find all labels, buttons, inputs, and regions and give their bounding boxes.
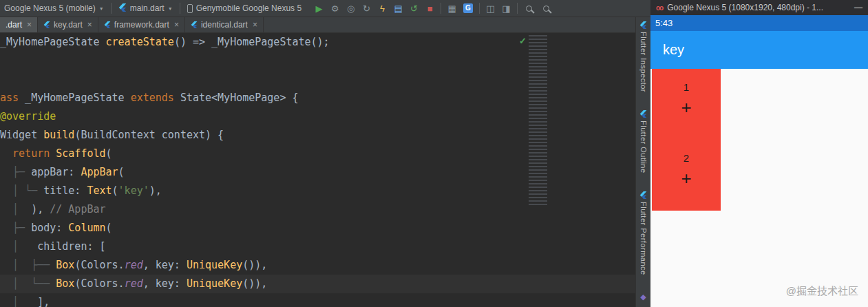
toolbar-separator bbox=[441, 3, 441, 14]
red-column: 1+2+ bbox=[652, 69, 721, 211]
code-minimap[interactable] bbox=[529, 35, 547, 207]
chevron-down-icon: ▼ bbox=[99, 6, 104, 11]
hot-restart-icon[interactable]: ↺ bbox=[406, 1, 422, 16]
tool-window-label: Flutter Inspector bbox=[639, 32, 648, 92]
flutter-appbar: key bbox=[650, 31, 868, 69]
flutter-icon bbox=[639, 110, 647, 118]
flutter-icon bbox=[118, 3, 127, 14]
box-number: 2 bbox=[684, 152, 689, 164]
rerun-icon[interactable]: ↻ bbox=[359, 1, 374, 16]
hot-reload-icon[interactable]: ϟ bbox=[374, 1, 390, 16]
tab-label: key.dart bbox=[54, 20, 83, 30]
tab-keydart[interactable]: key.dart× bbox=[38, 17, 98, 32]
tool-window-button-flutter-outline[interactable]: Flutter Outline bbox=[639, 110, 648, 173]
toolbar-actions: ▶⚙◎↻ϟ▤↺■▦G◫◨ bbox=[311, 1, 555, 16]
watermark: @掘金技术社区 bbox=[786, 283, 858, 297]
run-config-label: main.dart bbox=[130, 3, 165, 13]
tab-label: .dart bbox=[6, 20, 22, 30]
add-button[interactable]: + bbox=[681, 169, 691, 187]
add-button[interactable]: + bbox=[681, 98, 691, 116]
chevron-down-icon: ▼ bbox=[168, 6, 173, 11]
emulator-title: Google Nexus 5 (1080x1920, 480dpi) - 1..… bbox=[667, 3, 823, 12]
device-selector-label: Google Nexus 5 (mobile) bbox=[4, 3, 96, 13]
layout-inspector-icon[interactable]: ◫ bbox=[483, 1, 498, 16]
open-devtools-icon[interactable]: ▤ bbox=[390, 1, 406, 16]
main-toolbar: Google Nexus 5 (mobile) ▼ main.dart ▼ Ge… bbox=[0, 0, 650, 17]
tool-window-label: Flutter Outline bbox=[639, 120, 648, 173]
flutter-icon bbox=[191, 21, 198, 28]
toolbar-separator bbox=[180, 3, 180, 14]
close-tab-icon[interactable]: × bbox=[253, 20, 257, 30]
code-editor[interactable]: _MyHomePageState createState() => _MyHom… bbox=[0, 33, 635, 307]
box-number: 1 bbox=[684, 81, 689, 93]
tool-window-label: Flutter Performance bbox=[639, 202, 648, 275]
flutter-icon bbox=[104, 21, 111, 28]
genymotion-emulator-window: oo Google Nexus 5 (1080x1920, 480dpi) - … bbox=[650, 0, 868, 307]
stop-icon[interactable]: ■ bbox=[422, 1, 438, 16]
find-action-icon[interactable] bbox=[526, 6, 532, 12]
search-everywhere-icon[interactable] bbox=[543, 6, 549, 12]
flutter-body: 1+2+ @掘金技术社区 bbox=[650, 69, 868, 307]
code-line: │ └── Box(Colors.red, key: UniqueKey()), bbox=[0, 275, 635, 293]
android-status-bar: 5:43 bbox=[650, 15, 868, 31]
translate-icon[interactable]: G bbox=[463, 3, 473, 13]
code-line: │ ├── Box(Colors.red, key: UniqueKey()), bbox=[0, 256, 635, 275]
flutter-icon bbox=[118, 3, 127, 12]
editor-tabbar: .dart×key.dart×framework.dart×identical.… bbox=[0, 17, 635, 33]
close-tab-icon[interactable]: × bbox=[174, 20, 179, 30]
code-line: │ ], bbox=[0, 293, 635, 307]
code-line: ├─ body: Column( bbox=[0, 219, 635, 237]
toolbar-separator bbox=[111, 3, 112, 14]
screenshot-root: Google Nexus 5 (mobile) ▼ main.dart ▼ Ge… bbox=[0, 0, 868, 307]
appbar-title: key bbox=[663, 42, 684, 58]
android-studio-window: Google Nexus 5 (mobile) ▼ main.dart ▼ Ge… bbox=[0, 0, 650, 307]
run-icon[interactable]: ▶ bbox=[311, 1, 327, 16]
phone-icon bbox=[187, 4, 193, 13]
tab-frameworkdart[interactable]: framework.dart× bbox=[98, 17, 185, 32]
tab-label: identical.dart bbox=[201, 20, 248, 30]
flutter-icon bbox=[639, 21, 647, 29]
red-box: 2+ bbox=[652, 140, 721, 211]
bottom-tool-icon[interactable]: ◆ bbox=[640, 293, 646, 301]
tool-window-button-flutter-inspector[interactable]: Flutter Inspector bbox=[639, 21, 648, 92]
toolbar-separator bbox=[517, 3, 518, 14]
profiler-icon[interactable]: ◎ bbox=[343, 1, 359, 16]
flutter-icon bbox=[43, 21, 50, 28]
target-device-label: Genymobile Google Nexus 5 bbox=[196, 3, 301, 13]
tool-window-button-flutter-performance[interactable]: Flutter Performance bbox=[639, 191, 648, 275]
screen-capture-icon[interactable]: ◨ bbox=[498, 1, 514, 16]
inspections-ok-icon: ✓ bbox=[519, 36, 527, 46]
target-device-selector[interactable]: Genymobile Google Nexus 5 bbox=[187, 3, 301, 13]
genymotion-logo-icon: oo bbox=[656, 4, 663, 12]
close-tab-icon[interactable]: × bbox=[27, 20, 32, 30]
right-tool-stripe: Flutter InspectorFlutter OutlineFlutter … bbox=[635, 17, 650, 307]
tab-label: framework.dart bbox=[114, 20, 169, 30]
minimize-button[interactable]: — bbox=[854, 3, 862, 12]
code-line: │ children: [ bbox=[0, 237, 635, 256]
attach-debugger-icon[interactable]: ⚙ bbox=[327, 1, 343, 16]
device-file-explorer-icon[interactable]: ▦ bbox=[444, 1, 460, 16]
tab-dart[interactable]: .dart× bbox=[0, 17, 38, 32]
close-tab-icon[interactable]: × bbox=[87, 20, 92, 30]
emulator-titlebar: oo Google Nexus 5 (1080x1920, 480dpi) - … bbox=[650, 0, 868, 15]
tab-identicaldart[interactable]: identical.dart× bbox=[185, 17, 264, 32]
device-selector[interactable]: Google Nexus 5 (mobile) ▼ bbox=[4, 3, 104, 13]
flutter-icon bbox=[639, 191, 647, 199]
run-config-selector[interactable]: main.dart ▼ bbox=[118, 3, 173, 14]
red-box: 1+ bbox=[652, 69, 721, 140]
toolbar-separator bbox=[479, 3, 480, 14]
status-bar-time: 5:43 bbox=[655, 18, 673, 28]
